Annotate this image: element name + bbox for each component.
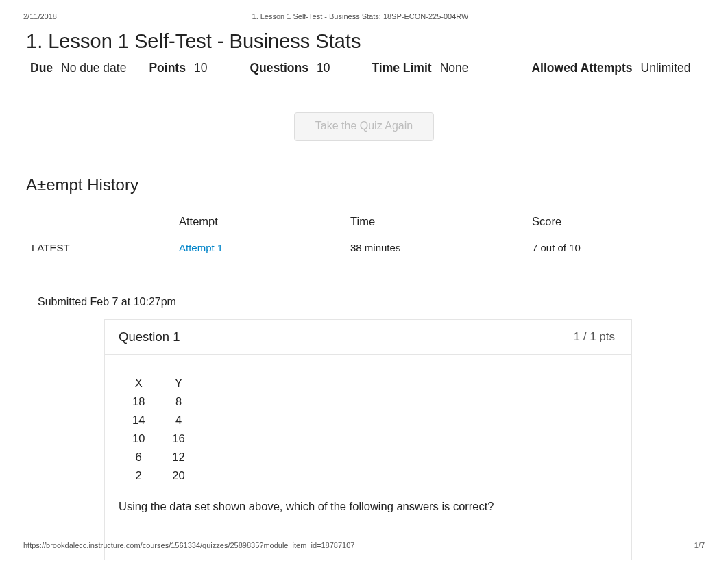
take-quiz-again-button[interactable]: Take the Quiz Again <box>294 112 434 141</box>
attempt-link[interactable]: Attempt 1 <box>179 242 223 253</box>
xy-header-x: X <box>119 374 158 392</box>
table-row: LATEST Attempt 1 38 minutes 7 out of 10 <box>26 235 702 260</box>
meta-allowed-attempts-label: Allowed Attempts <box>531 61 632 75</box>
page-footer: https://brookdalecc.instructure.com/cour… <box>23 541 705 549</box>
column-header-time: Time <box>345 211 526 235</box>
attempt-time: 38 minutes <box>345 235 526 260</box>
header-doc-title: 1. Lesson 1 Self-Test - Business Stats: … <box>57 12 664 21</box>
meta-allowed-attempts: Allowed Attempts Unlimited <box>531 61 690 75</box>
question-points: 1 / 1 pts <box>574 330 615 344</box>
meta-due: Due No due date <box>30 61 126 75</box>
attempt-history-table: Attempt Time Score LATEST Attempt 1 38 m… <box>26 211 702 260</box>
xy-cell-y: 20 <box>158 466 198 485</box>
column-header-score: Score <box>526 211 702 235</box>
question-header: Question 1 1 / 1 pts <box>105 320 631 355</box>
question-prompt: Using the data set shown above, which of… <box>119 500 618 513</box>
meta-allowed-attempts-value: Unlimited <box>641 61 691 75</box>
table-header-row: Attempt Time Score <box>26 211 702 235</box>
xy-row: 18 8 <box>119 392 199 411</box>
attempt-history-heading: A±empt History <box>26 175 728 195</box>
xy-data-table: X Y 18 8 14 4 10 16 6 12 <box>119 374 199 485</box>
footer-page-number: 1/7 <box>694 541 705 549</box>
xy-cell-x: 6 <box>119 448 158 466</box>
xy-cell-x: 18 <box>119 392 158 411</box>
meta-questions-label: Questions <box>250 61 308 75</box>
meta-due-value: No due date <box>61 61 126 75</box>
latest-label: LATEST <box>26 235 173 260</box>
meta-time-limit-label: Time Limit <box>372 61 431 75</box>
xy-cell-y: 8 <box>158 392 198 411</box>
meta-time-limit-value: None <box>440 61 469 75</box>
meta-points: Points 10 <box>149 61 207 75</box>
xy-header-y: Y <box>158 374 198 392</box>
question-body: X Y 18 8 14 4 10 16 6 12 <box>105 355 631 560</box>
meta-time-limit: Time Limit None <box>372 61 468 75</box>
xy-cell-x: 10 <box>119 429 158 448</box>
meta-points-value: 10 <box>194 61 207 75</box>
header-date: 2/11/2018 <box>23 12 57 21</box>
meta-questions-value: 10 <box>317 61 330 75</box>
xy-row: 2 20 <box>119 466 199 485</box>
footer-url: https://brookdalecc.instructure.com/cour… <box>23 541 354 549</box>
xy-cell-x: 2 <box>119 466 158 485</box>
xy-row: 14 4 <box>119 411 199 429</box>
attempt-score: 7 out of 10 <box>526 235 702 260</box>
xy-row: 6 12 <box>119 448 199 466</box>
xy-cell-y: 4 <box>158 411 198 429</box>
xy-cell-y: 12 <box>158 448 198 466</box>
column-header-attempt: Attempt <box>173 211 345 235</box>
submitted-text: Submitted Feb 7 at 10:27pm <box>0 260 728 308</box>
question-card: Question 1 1 / 1 pts X Y 18 8 14 4 <box>104 319 632 560</box>
xy-cell-y: 16 <box>158 429 198 448</box>
page-title: 1. Lesson 1 Self-Test - Business Stats <box>0 21 728 61</box>
column-header-blank <box>26 211 173 235</box>
xy-cell-x: 14 <box>119 411 158 429</box>
meta-questions: Questions 10 <box>250 61 330 75</box>
meta-points-label: Points <box>149 61 185 75</box>
quiz-meta-bar: Due No due date Points 10 Questions 10 T… <box>0 61 728 75</box>
page-header: 2/11/2018 1. Lesson 1 Self-Test - Busine… <box>0 0 728 21</box>
question-title: Question 1 <box>119 329 180 345</box>
xy-row: 10 16 <box>119 429 199 448</box>
meta-due-label: Due <box>30 61 53 75</box>
